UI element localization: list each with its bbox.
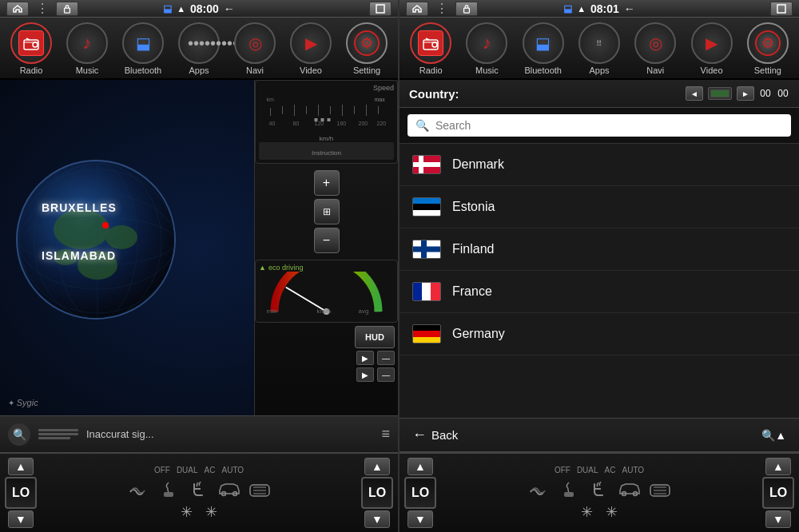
right-seat-heat-2-icon[interactable] xyxy=(587,477,611,501)
left-defrost-rear-icon[interactable] xyxy=(248,477,272,501)
right-nav-navi[interactable]: ◎ Navi xyxy=(634,22,676,75)
right-climate-temp-display-left: LO xyxy=(404,477,436,509)
search-sort-btn[interactable]: 🔍▲ xyxy=(761,429,786,442)
left-defrost-icon[interactable] xyxy=(126,477,150,501)
right-climate-temp-right-up[interactable]: ▲ xyxy=(765,458,791,475)
right-window-menu-btn[interactable]: ⋮ xyxy=(436,3,447,14)
right-temp-up-btn-l[interactable]: ▲ xyxy=(364,458,390,475)
left-nav-video[interactable]: ▶ Video xyxy=(290,22,332,75)
search-box: 🔍 xyxy=(400,108,799,144)
left-climate-bar: ▲ LO ▼ OFF DUAL AC AUTO xyxy=(0,452,398,532)
country-item-france[interactable]: France xyxy=(400,271,799,313)
zoom-out-btn[interactable]: − xyxy=(314,228,340,253)
left-fan-icon-1[interactable]: ✳ xyxy=(181,503,193,521)
left-time: 08:00 xyxy=(190,2,219,15)
right-car-icon[interactable] xyxy=(618,477,642,501)
right-nav-video[interactable]: ▶ Video xyxy=(691,22,733,75)
left-seat-heat-2-icon[interactable] xyxy=(187,477,211,501)
country-item-estonia[interactable]: Estonia xyxy=(400,186,799,228)
right-topbar-right xyxy=(770,2,793,16)
arrow-btn-3[interactable]: ▶ xyxy=(356,367,374,382)
country-controls: ◄ ► 00 00 xyxy=(686,86,789,101)
left-nav-music[interactable]: ♪ Music xyxy=(66,22,108,75)
right-bt-icon: ⬓ xyxy=(535,34,551,53)
right-fan-icon-1[interactable]: ✳ xyxy=(581,503,593,521)
left-setting-icon: ⚙ xyxy=(354,30,380,56)
svg-rect-53 xyxy=(164,492,173,497)
left-nav-setting[interactable]: ⚙ Setting xyxy=(346,22,388,75)
left-back-icon[interactable]: ← xyxy=(224,2,235,15)
left-temp-control: ▲ LO ▼ xyxy=(5,458,37,528)
left-video-label: Video xyxy=(300,66,322,75)
svg-rect-66 xyxy=(564,492,574,497)
city-islamabad-label: ISLAMABAD xyxy=(42,249,116,262)
right-nav-music[interactable]: ♪ Music xyxy=(466,22,507,75)
right-fan-icon-2[interactable]: ✳ xyxy=(606,503,618,521)
left-window-home-btn[interactable] xyxy=(6,2,29,16)
right-nav-apps[interactable]: ⠿ Apps xyxy=(578,22,620,75)
right-back-icon[interactable]: ← xyxy=(624,2,635,15)
left-search-status-icon[interactable]: 🔍 xyxy=(8,423,30,446)
left-window-maximize-btn[interactable] xyxy=(369,2,392,16)
hud-label-btn[interactable]: HUD xyxy=(355,326,395,348)
right-window-home-btn[interactable] xyxy=(406,2,428,16)
arrow-btn-4[interactable]: — xyxy=(377,367,395,382)
right-defrost-icon[interactable] xyxy=(527,477,551,501)
left-temp-down-btn[interactable]: ▼ xyxy=(8,510,34,528)
left-menu-icon[interactable]: ≡ xyxy=(381,426,390,443)
svg-point-3 xyxy=(33,42,38,47)
signal-bar-3 xyxy=(38,437,70,439)
arrow-btn-1[interactable]: ▶ xyxy=(356,351,374,365)
country-item-germany[interactable]: Germany xyxy=(400,313,799,355)
country-item-finland[interactable]: Finland xyxy=(400,228,799,271)
instruction-box: Instruction xyxy=(259,142,394,160)
back-btn[interactable]: ← Back xyxy=(412,427,458,443)
right-music-wrap: ♪ xyxy=(466,22,507,64)
right-nav-setting[interactable]: ⚙ Setting xyxy=(747,22,789,75)
right-music-icon: ♪ xyxy=(483,33,491,54)
left-topbar-right xyxy=(369,2,392,16)
svg-text:120: 120 xyxy=(315,121,324,126)
right-climate-temp-right-down[interactable]: ▼ xyxy=(765,510,791,528)
right-temp-down-btn-l[interactable]: ▼ xyxy=(364,510,390,528)
left-navi-wrap: ◎ xyxy=(234,22,276,64)
location-dot xyxy=(102,222,109,228)
right-window-lock-btn[interactable] xyxy=(455,2,478,16)
arrow-btn-2[interactable]: — xyxy=(377,351,395,365)
left-nav-apps[interactable]: ••••••••• Apps xyxy=(178,22,220,75)
search-input[interactable] xyxy=(435,119,783,132)
right-window-maximize-btn[interactable] xyxy=(770,2,793,16)
left-window-lock-btn[interactable] xyxy=(56,2,78,16)
left-car-icon[interactable] xyxy=(217,477,241,501)
right-nav-radio[interactable]: Radio xyxy=(410,22,451,75)
search-input-wrap[interactable]: 🔍 xyxy=(407,114,791,137)
right-music-label: Music xyxy=(475,66,499,75)
right-mode-dual: DUAL xyxy=(577,466,598,474)
right-topbar: ⋮ ⬓ ▲ 08:01 ← xyxy=(400,0,799,18)
right-climate-temp-up-btn[interactable]: ▲ xyxy=(407,458,433,475)
ctrl-prev-btn[interactable]: ◄ xyxy=(686,86,703,101)
right-climate-temp-right: ▲ LO ▼ xyxy=(762,458,794,528)
grid-btn[interactable]: ⊞ xyxy=(314,199,340,224)
right-temp-display-l: LO xyxy=(361,477,393,509)
zoom-in-btn[interactable]: + xyxy=(314,170,340,196)
right-climate-temp-down-btn[interactable]: ▼ xyxy=(407,510,433,528)
right-nav-bluetooth[interactable]: ⬓ Bluetooth xyxy=(523,22,564,75)
right-bluetooth-icon: ⬓ xyxy=(563,3,572,14)
left-window-menu-btn[interactable]: ⋮ xyxy=(37,3,48,14)
right-climate-temp-display-right: LO xyxy=(762,477,794,509)
left-seat-heat-icon[interactable] xyxy=(157,477,181,501)
left-nav-bluetooth[interactable]: ⬓ Bluetooth xyxy=(122,22,164,75)
left-nav-navi[interactable]: ◎ Navi xyxy=(234,22,276,75)
country-item-denmark[interactable]: Denmark xyxy=(400,144,799,186)
right-seat-heat-icon[interactable] xyxy=(557,477,581,501)
right-defrost-rear-icon[interactable] xyxy=(648,477,672,501)
left-temp-up-btn[interactable]: ▲ xyxy=(8,458,34,475)
germany-name: Germany xyxy=(452,327,505,341)
ctrl-next-btn[interactable]: ► xyxy=(737,86,754,101)
left-fan-icon-2[interactable]: ✳ xyxy=(205,503,217,521)
left-nav-radio[interactable]: Radio xyxy=(10,22,52,75)
left-nav-bar: Radio ♪ Music ⬓ Bluetooth ••••••••• Apps xyxy=(0,18,398,80)
globe-svg xyxy=(18,161,176,320)
speed-svg: km max 40 xyxy=(259,92,394,132)
